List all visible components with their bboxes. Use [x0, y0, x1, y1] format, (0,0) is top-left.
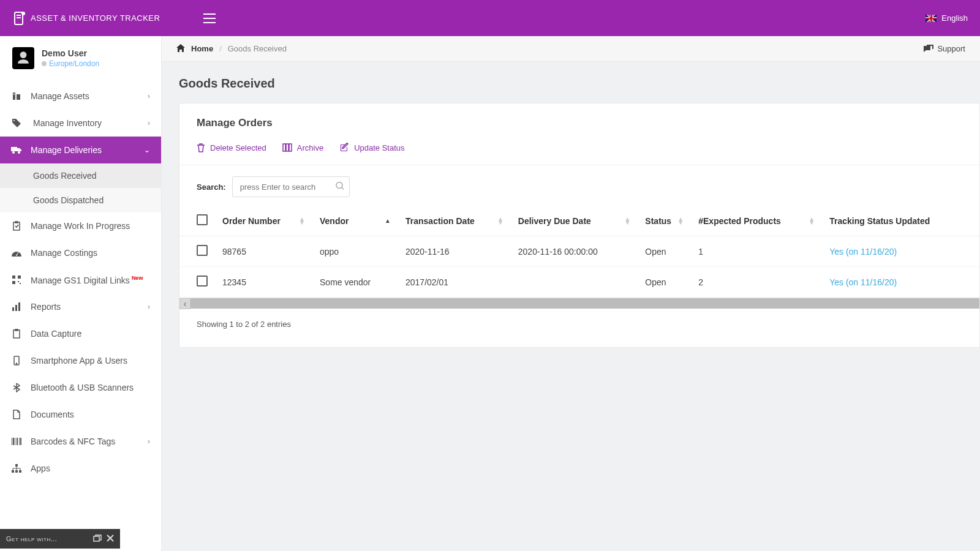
- sidebar-item-work-in-progress[interactable]: Manage Work In Progress: [0, 212, 161, 239]
- app-logo[interactable]: ASSET & INVENTORY TRACKER: [12, 11, 160, 26]
- svg-rect-25: [12, 438, 12, 445]
- search-input[interactable]: [232, 176, 350, 197]
- table-row[interactable]: 98765 oppo 2020-11-16 2020-11-16 00:00:0…: [179, 236, 979, 267]
- help-chip[interactable]: Get help with...: [0, 529, 120, 549]
- sidebar-item-reports[interactable]: Reports ›: [0, 293, 161, 320]
- svg-rect-34: [19, 470, 21, 473]
- scroll-left-icon[interactable]: ‹: [179, 298, 190, 309]
- home-icon[interactable]: [176, 44, 185, 54]
- col-transaction-date[interactable]: Transaction Date▲▼: [399, 206, 512, 236]
- support-link[interactable]: Support: [924, 44, 965, 53]
- app-name: ASSET & INVENTORY TRACKER: [31, 13, 160, 23]
- search-icon[interactable]: [336, 182, 344, 192]
- svg-rect-36: [283, 144, 285, 151]
- svg-rect-9: [11, 147, 17, 151]
- breadcrumb: Home / Goods Received Support: [162, 36, 980, 62]
- menu-toggle-button[interactable]: [200, 10, 219, 27]
- flag-icon: [925, 15, 937, 22]
- sidebar-nav: Manage Assets › Manage Inventory › Manag…: [0, 83, 161, 482]
- svg-rect-31: [15, 464, 18, 467]
- svg-rect-30: [20, 438, 21, 445]
- sidebar-item-data-capture[interactable]: Data Capture: [0, 320, 161, 347]
- svg-rect-2: [17, 17, 21, 18]
- table-row[interactable]: 12345 Some vendor 2017/02/01 Open 2 Yes …: [179, 267, 979, 298]
- col-delivery-due[interactable]: Delivery Due Date▲▼: [512, 206, 639, 236]
- select-all-checkbox[interactable]: [197, 214, 208, 225]
- barcode-icon: [11, 438, 22, 445]
- svg-rect-20: [15, 305, 17, 311]
- sort-asc-icon: ▲: [385, 219, 391, 223]
- close-icon[interactable]: [107, 534, 114, 543]
- sidebar-item-manage-deliveries[interactable]: Manage Deliveries ⌄: [0, 137, 161, 163]
- language-label: English: [941, 13, 968, 23]
- col-vendor[interactable]: Vendor▲: [314, 206, 399, 236]
- sitemap-icon: [11, 464, 22, 473]
- sidebar-item-documents[interactable]: Documents: [0, 401, 161, 428]
- svg-rect-7: [13, 94, 15, 95]
- svg-rect-15: [18, 276, 21, 279]
- new-badge: New: [132, 275, 143, 281]
- tracking-link[interactable]: Yes (on 11/16/20): [829, 277, 897, 287]
- user-timezone[interactable]: Europe/London: [42, 59, 99, 68]
- delete-selected-button[interactable]: Delete Selected: [197, 143, 266, 152]
- dashboard-icon: [11, 249, 22, 257]
- col-status[interactable]: Status▲▼: [639, 206, 692, 236]
- col-tracking[interactable]: Tracking Status Updated: [823, 206, 979, 236]
- sidebar-item-apps[interactable]: Apps: [0, 455, 161, 482]
- sort-icon: ▲▼: [677, 217, 684, 225]
- col-expected[interactable]: #Expected Products▲▼: [692, 206, 823, 236]
- tag-icon: [11, 118, 22, 128]
- document-icon: [11, 410, 22, 419]
- user-name: Demo User: [42, 48, 99, 58]
- horizontal-scrollbar[interactable]: ‹: [179, 298, 979, 309]
- search-row: Search:: [179, 165, 979, 206]
- svg-rect-21: [18, 302, 20, 311]
- sidebar-item-manage-costings[interactable]: Manage Costings: [0, 239, 161, 266]
- col-order-number[interactable]: Order Number▲▼: [216, 206, 314, 236]
- sidebar-item-gs1-links[interactable]: Manage GS1 Digital LinksNew: [0, 266, 161, 293]
- sidebar-item-bluetooth-scanners[interactable]: Bluetooth & USB Scanners: [0, 374, 161, 401]
- svg-rect-17: [18, 281, 19, 282]
- row-checkbox[interactable]: [197, 245, 208, 256]
- update-status-button[interactable]: Update Status: [339, 143, 404, 152]
- chevron-right-icon: ›: [148, 302, 150, 311]
- svg-rect-14: [12, 276, 15, 279]
- svg-rect-28: [17, 438, 18, 445]
- sort-icon: ▲▼: [809, 217, 815, 225]
- sidebar-subitem-goods-dispatched[interactable]: Goods Dispatched: [0, 188, 161, 212]
- orders-table: Order Number▲▼ Vendor▲ Transaction Date▲…: [179, 206, 979, 298]
- topbar: ASSET & INVENTORY TRACKER English: [0, 0, 980, 36]
- archive-button[interactable]: Archive: [282, 143, 323, 152]
- sort-icon: ▲▼: [624, 217, 630, 225]
- svg-rect-26: [13, 438, 14, 445]
- status-dot-icon: [42, 61, 47, 66]
- row-checkbox[interactable]: [197, 276, 208, 287]
- svg-rect-12: [13, 222, 20, 230]
- phone-icon: [11, 356, 22, 365]
- orders-card: Manage Orders Delete Selected Archive Up…: [179, 103, 980, 348]
- svg-rect-19: [12, 307, 14, 311]
- card-title: Manage Orders: [179, 103, 979, 134]
- language-switcher[interactable]: English: [925, 13, 968, 23]
- svg-rect-35: [94, 536, 99, 541]
- sidebar-item-smartphone[interactable]: Smartphone App & Users: [0, 347, 161, 374]
- svg-rect-29: [19, 438, 20, 445]
- maximize-icon[interactable]: [93, 534, 102, 543]
- user-block[interactable]: Demo User Europe/London: [0, 36, 161, 83]
- chevron-right-icon: ›: [148, 92, 150, 100]
- bulk-actions: Delete Selected Archive Update Status: [179, 134, 979, 165]
- chart-icon: [11, 302, 22, 311]
- chevron-right-icon: ›: [148, 437, 150, 446]
- svg-rect-37: [286, 144, 288, 151]
- sidebar-item-manage-inventory[interactable]: Manage Inventory ›: [0, 110, 161, 137]
- truck-icon: [11, 146, 22, 154]
- svg-rect-27: [15, 438, 15, 445]
- breadcrumb-home[interactable]: Home: [191, 44, 213, 53]
- sidebar-item-barcodes[interactable]: Barcodes & NFC Tags ›: [0, 428, 161, 455]
- sidebar-item-manage-assets[interactable]: Manage Assets ›: [0, 83, 161, 110]
- sidebar: Demo User Europe/London Manage Assets › …: [0, 36, 162, 551]
- page-title: Goods Received: [162, 62, 980, 103]
- tracking-link[interactable]: Yes (on 11/16/20): [829, 247, 897, 257]
- sidebar-subitem-goods-received[interactable]: Goods Received: [0, 163, 161, 188]
- search-label: Search:: [197, 182, 226, 192]
